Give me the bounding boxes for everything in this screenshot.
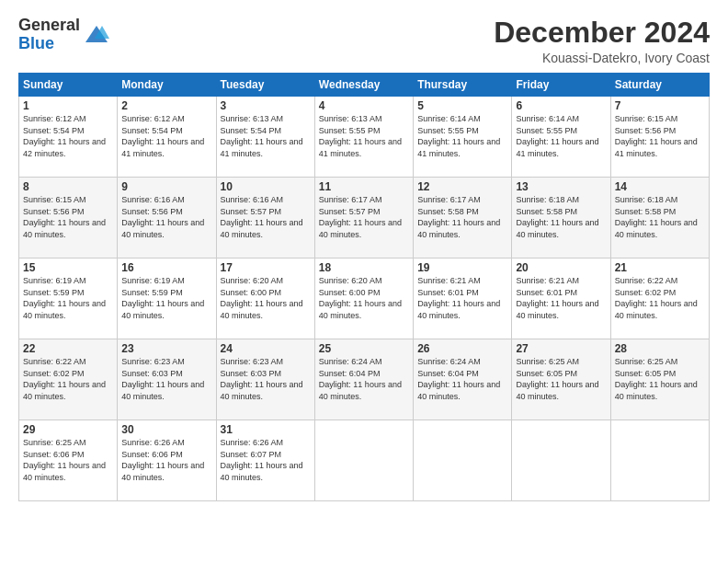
calendar-cell: 31 Sunrise: 6:26 AMSunset: 6:07 PMDaylig… — [216, 420, 314, 501]
day-info: Sunrise: 6:15 AMSunset: 5:56 PMDaylight:… — [23, 195, 106, 239]
day-number: 24 — [221, 342, 311, 355]
day-info: Sunrise: 6:25 AMSunset: 6:05 PMDaylight:… — [516, 357, 598, 401]
day-number: 25 — [319, 342, 409, 355]
day-number: 4 — [319, 99, 409, 112]
day-info: Sunrise: 6:12 AMSunset: 5:54 PMDaylight:… — [121, 114, 204, 158]
page-container: General Blue December 2024 Kouassi-Datek… — [0, 0, 728, 512]
calendar-cell: 9 Sunrise: 6:16 AMSunset: 5:56 PMDayligh… — [118, 178, 216, 259]
day-number: 27 — [516, 342, 606, 355]
day-info: Sunrise: 6:26 AMSunset: 6:07 PMDaylight:… — [221, 438, 303, 482]
calendar-cell — [414, 420, 512, 501]
calendar-cell: 19 Sunrise: 6:21 AMSunset: 6:01 PMDaylig… — [414, 259, 512, 339]
col-header-tuesday: Tuesday — [216, 74, 314, 97]
calendar-table: SundayMondayTuesdayWednesdayThursdayFrid… — [18, 73, 710, 501]
day-number: 18 — [319, 261, 409, 274]
day-number: 7 — [615, 99, 705, 112]
day-info: Sunrise: 6:24 AMSunset: 6:04 PMDaylight:… — [319, 357, 402, 401]
calendar-cell: 12 Sunrise: 6:17 AMSunset: 5:58 PMDaylig… — [414, 178, 512, 259]
calendar-cell: 2 Sunrise: 6:12 AMSunset: 5:54 PMDayligh… — [118, 97, 216, 178]
day-info: Sunrise: 6:25 AMSunset: 6:05 PMDaylight:… — [615, 357, 698, 401]
day-number: 30 — [121, 423, 211, 436]
col-header-wednesday: Wednesday — [314, 74, 413, 97]
calendar-cell: 25 Sunrise: 6:24 AMSunset: 6:04 PMDaylig… — [314, 339, 413, 420]
calendar-cell — [512, 420, 610, 501]
day-info: Sunrise: 6:20 AMSunset: 6:00 PMDaylight:… — [319, 276, 402, 320]
day-number: 15 — [23, 261, 113, 274]
week-row-1: 1 Sunrise: 6:12 AMSunset: 5:54 PMDayligh… — [19, 97, 710, 178]
calendar-cell: 6 Sunrise: 6:14 AMSunset: 5:55 PMDayligh… — [512, 97, 610, 178]
day-number: 13 — [516, 180, 606, 193]
day-number: 17 — [221, 261, 311, 274]
calendar-cell: 5 Sunrise: 6:14 AMSunset: 5:55 PMDayligh… — [414, 97, 512, 178]
calendar-cell: 23 Sunrise: 6:23 AMSunset: 6:03 PMDaylig… — [118, 339, 216, 420]
day-number: 2 — [121, 99, 211, 112]
day-number: 16 — [121, 261, 211, 274]
day-number: 9 — [121, 180, 211, 193]
calendar-cell: 20 Sunrise: 6:21 AMSunset: 6:01 PMDaylig… — [512, 259, 610, 339]
calendar-cell: 11 Sunrise: 6:17 AMSunset: 5:57 PMDaylig… — [314, 178, 413, 259]
calendar-cell: 16 Sunrise: 6:19 AMSunset: 5:59 PMDaylig… — [118, 259, 216, 339]
day-number: 12 — [417, 180, 507, 193]
day-number: 11 — [319, 180, 409, 193]
day-number: 19 — [417, 261, 507, 274]
calendar-cell — [314, 420, 413, 501]
calendar-cell: 24 Sunrise: 6:23 AMSunset: 6:03 PMDaylig… — [216, 339, 314, 420]
logo-general-text: General — [18, 16, 80, 34]
day-info: Sunrise: 6:22 AMSunset: 6:02 PMDaylight:… — [23, 357, 106, 401]
title-block: December 2024 Kouassi-Datekro, Ivory Coa… — [494, 17, 710, 65]
calendar-cell: 15 Sunrise: 6:19 AMSunset: 5:59 PMDaylig… — [19, 259, 118, 339]
week-row-2: 8 Sunrise: 6:15 AMSunset: 5:56 PMDayligh… — [19, 178, 710, 259]
calendar-cell: 4 Sunrise: 6:13 AMSunset: 5:55 PMDayligh… — [314, 97, 413, 178]
day-number: 26 — [417, 342, 507, 355]
calendar-cell: 28 Sunrise: 6:25 AMSunset: 6:05 PMDaylig… — [610, 339, 709, 420]
day-number: 23 — [121, 342, 211, 355]
day-info: Sunrise: 6:18 AMSunset: 5:58 PMDaylight:… — [615, 195, 698, 239]
col-header-monday: Monday — [118, 74, 216, 97]
day-number: 20 — [516, 261, 606, 274]
logo-icon — [84, 22, 109, 48]
day-info: Sunrise: 6:18 AMSunset: 5:58 PMDaylight:… — [516, 195, 598, 239]
day-number: 3 — [221, 99, 311, 112]
calendar-cell: 26 Sunrise: 6:24 AMSunset: 6:04 PMDaylig… — [414, 339, 512, 420]
col-header-thursday: Thursday — [414, 74, 512, 97]
day-number: 14 — [615, 180, 705, 193]
day-info: Sunrise: 6:16 AMSunset: 5:57 PMDaylight:… — [221, 195, 303, 239]
calendar-cell: 3 Sunrise: 6:13 AMSunset: 5:54 PMDayligh… — [216, 97, 314, 178]
day-info: Sunrise: 6:13 AMSunset: 5:55 PMDaylight:… — [319, 114, 402, 158]
day-number: 6 — [516, 99, 606, 112]
day-info: Sunrise: 6:24 AMSunset: 6:04 PMDaylight:… — [417, 357, 500, 401]
calendar-cell: 8 Sunrise: 6:15 AMSunset: 5:56 PMDayligh… — [19, 178, 118, 259]
calendar-cell: 17 Sunrise: 6:20 AMSunset: 6:00 PMDaylig… — [216, 259, 314, 339]
day-number: 28 — [615, 342, 705, 355]
day-number: 21 — [615, 261, 705, 274]
day-info: Sunrise: 6:12 AMSunset: 5:54 PMDaylight:… — [23, 114, 106, 158]
calendar-cell — [610, 420, 709, 501]
day-number: 1 — [23, 99, 113, 112]
day-number: 8 — [23, 180, 113, 193]
day-info: Sunrise: 6:16 AMSunset: 5:56 PMDaylight:… — [121, 195, 204, 239]
day-info: Sunrise: 6:14 AMSunset: 5:55 PMDaylight:… — [516, 114, 598, 158]
day-number: 22 — [23, 342, 113, 355]
calendar-cell: 22 Sunrise: 6:22 AMSunset: 6:02 PMDaylig… — [19, 339, 118, 420]
day-info: Sunrise: 6:15 AMSunset: 5:56 PMDaylight:… — [615, 114, 698, 158]
calendar-cell: 27 Sunrise: 6:25 AMSunset: 6:05 PMDaylig… — [512, 339, 610, 420]
col-header-friday: Friday — [512, 74, 610, 97]
day-info: Sunrise: 6:19 AMSunset: 5:59 PMDaylight:… — [121, 276, 204, 320]
day-info: Sunrise: 6:22 AMSunset: 6:02 PMDaylight:… — [615, 276, 698, 320]
calendar-cell: 30 Sunrise: 6:26 AMSunset: 6:06 PMDaylig… — [118, 420, 216, 501]
day-info: Sunrise: 6:25 AMSunset: 6:06 PMDaylight:… — [23, 438, 106, 482]
day-info: Sunrise: 6:17 AMSunset: 5:57 PMDaylight:… — [319, 195, 402, 239]
location-text: Kouassi-Datekro, Ivory Coast — [494, 51, 710, 65]
day-info: Sunrise: 6:26 AMSunset: 6:06 PMDaylight:… — [121, 438, 204, 482]
calendar-cell: 14 Sunrise: 6:18 AMSunset: 5:58 PMDaylig… — [610, 178, 709, 259]
day-info: Sunrise: 6:23 AMSunset: 6:03 PMDaylight:… — [121, 357, 204, 401]
calendar-cell: 13 Sunrise: 6:18 AMSunset: 5:58 PMDaylig… — [512, 178, 610, 259]
day-info: Sunrise: 6:21 AMSunset: 6:01 PMDaylight:… — [516, 276, 598, 320]
day-info: Sunrise: 6:23 AMSunset: 6:03 PMDaylight:… — [221, 357, 303, 401]
week-row-4: 22 Sunrise: 6:22 AMSunset: 6:02 PMDaylig… — [19, 339, 710, 420]
day-info: Sunrise: 6:20 AMSunset: 6:00 PMDaylight:… — [221, 276, 303, 320]
day-number: 29 — [23, 423, 113, 436]
day-info: Sunrise: 6:21 AMSunset: 6:01 PMDaylight:… — [417, 276, 500, 320]
month-year-title: December 2024 — [494, 17, 710, 49]
calendar-cell: 29 Sunrise: 6:25 AMSunset: 6:06 PMDaylig… — [19, 420, 118, 501]
